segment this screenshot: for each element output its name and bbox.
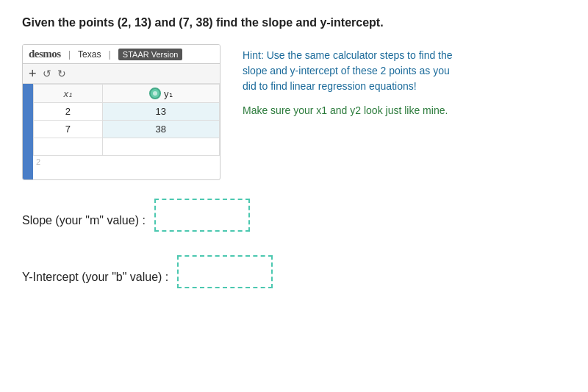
make-sure-text: Make sure your x1 and y2 look just like … (243, 104, 448, 116)
desmos-toolbar: + ↺ ↻ (23, 64, 220, 84)
slope-dashed-box[interactable] (154, 199, 250, 232)
table-cell-x1: 2 (34, 103, 103, 121)
col-header-x: x₁ (34, 85, 103, 103)
y-icon-inner (153, 91, 157, 96)
hint-line1: Hint: Use the same calculator steps to f… (243, 49, 453, 61)
desmos-texas-label: Texas (78, 49, 101, 60)
data-table: x₁ y₁ (33, 84, 220, 156)
main-question: Given the points (2, 13) and (7, 38) fin… (22, 15, 566, 31)
desmos-plus-button[interactable]: + (29, 67, 37, 80)
desmos-staar-label: STAAR Version (118, 49, 183, 60)
table-cell-empty-x (34, 138, 103, 156)
hint-paragraph: Hint: Use the same calculator steps to f… (243, 48, 566, 94)
yintercept-label: Y-Intercept (your "b" value) : (22, 271, 168, 284)
question-text: Given the points (2, 13) and (7, 38) fin… (22, 16, 384, 29)
table-cell-y1: 13 (102, 103, 219, 121)
table-row: 2 13 (34, 103, 220, 121)
yintercept-row: Y-Intercept (your "b" value) : (22, 259, 566, 295)
desmos-divider: | (68, 49, 71, 60)
answer-section: Slope (your "m" value) : Y-Intercept (yo… (22, 202, 566, 295)
col-header-y: y₁ (102, 85, 219, 103)
hint-box: Hint: Use the same calculator steps to f… (243, 44, 566, 127)
desmos-logo: desmos (29, 48, 61, 60)
y-icon (149, 88, 161, 99)
desmos-header: desmos | Texas | STAAR Version (23, 45, 220, 64)
slope-answer-area (151, 202, 247, 238)
desmos-table-area: x₁ y₁ (33, 84, 220, 179)
desmos-body: x₁ y₁ (23, 84, 220, 179)
slope-label: Slope (your "m" value) : (22, 214, 146, 227)
desmos-divider2: | (108, 49, 110, 60)
desmos-widget: desmos | Texas | STAAR Version + ↺ ↻ x₁ (22, 44, 220, 180)
table-row-empty (34, 138, 220, 156)
table-cell-empty-y (102, 138, 219, 156)
desmos-undo-button[interactable]: ↺ (43, 68, 51, 79)
hint-line2: slope and y-intercept of these 2 points … (243, 65, 450, 76)
desmos-sidebar-bar (23, 84, 33, 179)
table-cell-x2: 7 (34, 121, 103, 138)
yintercept-dashed-box[interactable] (177, 255, 273, 288)
row-number-label: 2 (33, 156, 220, 168)
desmos-redo-button[interactable]: ↻ (57, 68, 66, 79)
table-cell-y2: 38 (102, 121, 219, 138)
table-row: 7 38 (34, 121, 220, 138)
col-y-label: y₁ (164, 88, 173, 99)
slope-row: Slope (your "m" value) : (22, 202, 566, 238)
make-sure-paragraph: Make sure your x1 and y2 look just like … (243, 103, 566, 118)
yintercept-answer-area (174, 259, 270, 295)
hint-line3: did to find linear regression equations! (243, 80, 417, 92)
